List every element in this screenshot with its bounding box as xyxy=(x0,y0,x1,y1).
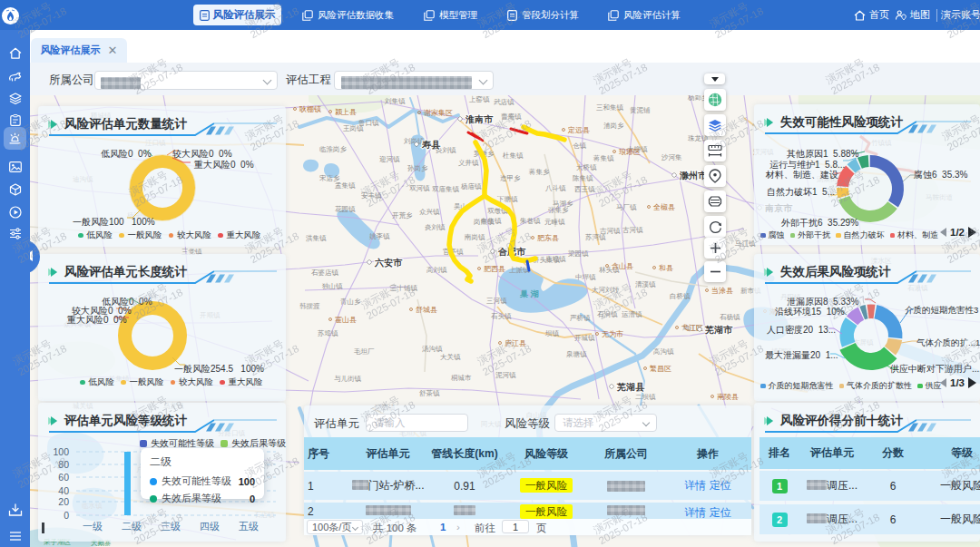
svg-text:曹庵镇: 曹庵镇 xyxy=(501,112,522,121)
svg-text:泥河镇: 泥河镇 xyxy=(495,371,516,379)
svg-text:耿棚镇: 耿棚镇 xyxy=(299,105,321,113)
svg-text:寿县: 寿县 xyxy=(421,140,441,150)
svg-text:独山镇: 独山镇 xyxy=(322,282,343,290)
svg-text:石杨镇: 石杨镇 xyxy=(720,313,740,321)
svg-text:店埠镇: 店埠镇 xyxy=(545,255,566,263)
svg-text:造甲乡: 造甲乡 xyxy=(500,174,521,182)
svg-text:40: 40 xyxy=(58,485,69,496)
svg-text:高刘镇: 高刘镇 xyxy=(426,266,447,274)
svg-text:梁园镇: 梁园镇 xyxy=(568,249,589,258)
svg-text:杨庙镇: 杨庙镇 xyxy=(460,182,482,190)
svg-text:元疃镇: 元疃镇 xyxy=(544,218,565,226)
svg-text:下塘镇: 下塘镇 xyxy=(497,195,518,203)
svg-text:上派镇: 上派镇 xyxy=(509,266,530,274)
svg-text:苏埠镇: 苏埠镇 xyxy=(318,329,338,337)
svg-text:临淮岗乡: 临淮岗乡 xyxy=(319,145,348,153)
svg-text:三级: 三级 xyxy=(161,521,181,532)
svg-text:汤沟镇: 汤沟镇 xyxy=(422,345,443,353)
svg-text:黄泥铺: 黄泥铺 xyxy=(630,106,651,114)
svg-text:庐江县: 庐江县 xyxy=(505,339,526,347)
svg-text:双庙集镇: 双庙集镇 xyxy=(432,185,460,193)
svg-text:洪集镇: 洪集镇 xyxy=(306,234,327,242)
svg-text:西王镇: 西王镇 xyxy=(574,185,595,193)
svg-text:开城镇: 开城镇 xyxy=(574,334,595,342)
svg-text:琅琊区: 琅琊区 xyxy=(619,148,641,156)
svg-text:八斗镇: 八斗镇 xyxy=(545,184,566,192)
svg-text:舒茶镇: 舒茶镇 xyxy=(419,389,440,397)
svg-text:孙岗乡: 孙岗乡 xyxy=(407,164,428,172)
svg-text:五级: 五级 xyxy=(239,521,259,532)
svg-text:仓镇: 仓镇 xyxy=(573,142,587,150)
svg-text:淮南市: 淮南市 xyxy=(465,114,494,124)
svg-text:吉河镇: 吉河镇 xyxy=(600,227,621,235)
svg-text:青山乡: 青山乡 xyxy=(340,298,361,306)
svg-text:繁昌区: 繁昌区 xyxy=(650,365,671,373)
svg-text:巢 湖: 巢 湖 xyxy=(519,289,539,298)
svg-text:孟集镇: 孟集镇 xyxy=(335,181,356,190)
svg-text:三河镇: 三河镇 xyxy=(486,297,507,305)
svg-text:20: 20 xyxy=(58,496,69,507)
svg-text:众兴镇: 众兴镇 xyxy=(419,208,440,216)
svg-text:马厂镇: 马厂镇 xyxy=(616,203,637,211)
svg-text:四级: 四级 xyxy=(200,521,220,532)
svg-text:霍山县: 霍山县 xyxy=(335,316,357,324)
svg-text:运漕镇: 运漕镇 xyxy=(622,310,642,318)
svg-text:中垾镇: 中垾镇 xyxy=(575,273,596,281)
svg-text:石涧镇: 石涧镇 xyxy=(597,310,618,318)
svg-text:谢家集区: 谢家集区 xyxy=(424,109,453,117)
svg-text:毛坦厂: 毛坦厂 xyxy=(354,347,375,356)
svg-text:向集镇: 向集镇 xyxy=(481,217,502,225)
svg-text:舒城县: 舒城县 xyxy=(416,306,437,314)
svg-text:和县: 和县 xyxy=(659,264,673,272)
svg-text:与儿街镇: 与儿街镇 xyxy=(334,375,362,383)
svg-text:陈集镇: 陈集镇 xyxy=(573,174,593,182)
svg-text:高沟镇: 高沟镇 xyxy=(653,347,674,356)
svg-text:石婆店镇: 石婆店镇 xyxy=(311,269,339,277)
svg-text:二级: 二级 xyxy=(122,521,142,532)
svg-text:沙河集: 沙河集 xyxy=(661,153,682,161)
svg-text:张集乡: 张集乡 xyxy=(548,206,569,214)
svg-text:朱巷镇: 朱巷镇 xyxy=(520,217,541,225)
svg-text:肥东县: 肥东县 xyxy=(537,234,559,242)
svg-text:石头镇: 石头镇 xyxy=(491,312,512,320)
svg-text:三十铺镇: 三十铺镇 xyxy=(390,284,418,292)
svg-text:一级: 一级 xyxy=(83,521,103,532)
svg-text:花园镇: 花园镇 xyxy=(335,205,356,213)
svg-text:姚李镇: 姚李镇 xyxy=(369,232,390,240)
svg-text:白桥镇: 白桥镇 xyxy=(670,292,691,300)
svg-text:坝镇: 坝镇 xyxy=(544,329,560,337)
svg-text:南陵县: 南陵县 xyxy=(717,393,739,401)
svg-text:浦岗乡: 浦岗乡 xyxy=(603,122,624,130)
svg-text:100: 100 xyxy=(53,446,69,457)
svg-text:定远县: 定远县 xyxy=(567,126,590,134)
svg-text:炎刘镇: 炎刘镇 xyxy=(425,223,446,231)
svg-text:鲁口镇: 鲁口镇 xyxy=(358,119,379,127)
svg-text:80: 80 xyxy=(58,459,69,470)
svg-text:严桥镇: 严桥镇 xyxy=(570,314,591,322)
svg-text:杜集镇: 杜集镇 xyxy=(502,151,524,160)
svg-text:古河镇: 古河镇 xyxy=(622,226,643,234)
svg-text:六安市: 六安市 xyxy=(374,258,403,268)
svg-text:南岗镇: 南岗镇 xyxy=(464,233,485,241)
svg-text:无为市: 无为市 xyxy=(602,330,623,338)
svg-text:芜湖县: 芜湖县 xyxy=(616,382,645,392)
svg-text:双河镇: 双河镇 xyxy=(409,184,430,192)
svg-text:大河刘圩: 大河刘圩 xyxy=(592,286,620,294)
svg-text:三和集镇: 三和集镇 xyxy=(596,103,624,112)
svg-text:刘集镇: 刘集镇 xyxy=(385,97,406,105)
svg-text:肥西县: 肥西县 xyxy=(484,265,505,273)
svg-text:当涂县: 当涂县 xyxy=(711,287,733,295)
svg-text:清溪镇: 清溪镇 xyxy=(635,280,656,288)
svg-text:桐城市: 桐城市 xyxy=(450,374,472,382)
svg-text:安丰镇: 安丰镇 xyxy=(361,191,382,200)
svg-text:全椒县: 全椒县 xyxy=(653,203,675,211)
svg-text:武店镇: 武店镇 xyxy=(494,98,514,106)
svg-text:韩摆渡: 韩摆渡 xyxy=(299,302,320,310)
svg-text:义井镇: 义井镇 xyxy=(458,159,479,167)
svg-text:芜湖市: 芜湖市 xyxy=(704,325,733,335)
svg-text:泉塘镇: 泉塘镇 xyxy=(566,350,587,358)
svg-text:迎河镇: 迎河镇 xyxy=(379,155,400,163)
svg-text:蒋集乡: 蒋集乡 xyxy=(528,168,550,176)
svg-text:蒋集镇: 蒋集镇 xyxy=(593,154,614,162)
svg-text:含山县: 含山县 xyxy=(612,262,633,270)
